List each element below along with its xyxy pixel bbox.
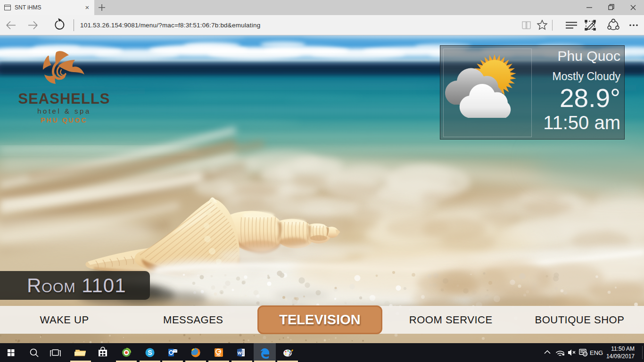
svg-text:S: S: [148, 349, 152, 356]
svg-text:PDF: PDF: [217, 354, 221, 357]
svg-text:W: W: [238, 351, 242, 355]
svg-text:ENG: ENG: [590, 349, 603, 356]
